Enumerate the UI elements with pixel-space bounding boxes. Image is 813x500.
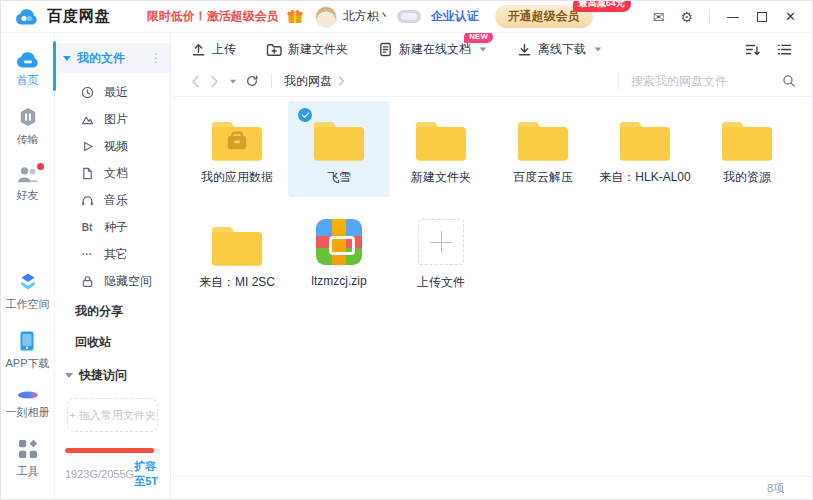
view-mode-button[interactable] [777,42,792,57]
folder-icon [413,110,469,162]
sidebar-item-videos[interactable]: 视频 [55,133,170,160]
my-share-label: 我的分享 [75,303,123,320]
rail-item-home[interactable]: 首页 [16,51,40,88]
sidebar-item-quick-access[interactable]: 快捷访问 [55,361,170,390]
rail-item-photo-album[interactable]: 一刻相册 [6,390,50,420]
gift-icon[interactable] [287,9,303,24]
sort-button[interactable] [745,42,761,57]
item-count: 8项 [767,481,784,496]
app-download-icon [20,331,34,351]
enterprise-cert-link[interactable]: 企业认证 [431,8,479,25]
file-tile-zip[interactable]: ltzmzcj.zip [288,206,390,302]
app-title: 百度网盘 [47,7,111,26]
toolbar: 上传 新建文件夹 新建在线文档 NEW 离线下载 [171,33,812,66]
chevron-left-icon [191,75,200,88]
back-button[interactable] [191,75,200,88]
file-tile-new-folder[interactable]: 新建文件夹 [390,101,492,197]
search-icon[interactable] [782,74,796,88]
folder-icon [515,110,571,162]
refresh-icon [245,74,259,88]
storage-usage-text: 1923G/2055G [65,468,134,480]
close-button[interactable]: ✕ [785,9,796,24]
my-files-label: 我的文件 [77,50,150,67]
settings-gear-icon[interactable]: ⚙ [681,10,694,24]
rail-label: 好友 [17,188,39,203]
file-name: 新建文件夹 [411,169,471,186]
more-options-icon[interactable]: ⋮ [150,51,162,65]
minimize-button[interactable] [727,11,739,23]
upload-icon [191,42,206,57]
tree-label: 隐藏空间 [104,273,152,290]
open-svip-button[interactable]: 开通超级会员 最高减64元 [495,5,593,28]
status-bar: 8项 [171,476,812,499]
drag-folder-dropzone[interactable]: + 拖入常用文件夹 [67,398,158,432]
chevron-down-icon [595,48,601,52]
rail-item-tools[interactable]: 工具 [17,439,39,479]
sidebar-item-my-files[interactable]: 我的文件 ⋮ [55,43,170,73]
file-name: ltzmzcj.zip [311,274,366,288]
file-name: 来自：HLK-AL00 [599,169,690,186]
rail-label: APP下载 [5,356,49,371]
upload-button[interactable]: 上传 [191,41,236,58]
new-online-doc-button[interactable]: 新建在线文档 NEW [378,41,487,58]
rail-item-transfer[interactable]: 传输 [17,107,39,147]
breadcrumb-root[interactable]: 我的网盘 [284,73,332,90]
tools-icon [18,439,38,459]
promo-link[interactable]: 限时低价！激活超级会员 [147,8,279,25]
navigation-bar: 我的网盘 [171,66,812,97]
app-folder-icon [209,110,265,162]
folder-icon [209,215,265,267]
rail-label: 传输 [17,132,39,147]
search-box [618,72,796,90]
sidebar-item-other[interactable]: ··· 其它 [55,241,170,268]
search-input[interactable] [631,74,782,88]
file-tile-from-hlk[interactable]: 来自：HLK-AL00 [594,101,696,197]
expand-storage-link[interactable]: 扩容至5T [134,459,160,489]
maximize-button[interactable] [757,12,767,22]
rail-item-workspace[interactable]: 工作空间 [6,272,50,312]
breadcrumb-chevron-icon [338,76,345,86]
user-avatar[interactable] [315,6,337,28]
sidebar-item-recycle-bin[interactable]: 回收站 [55,328,170,357]
file-tile-my-resources[interactable]: 我的资源 [696,101,798,197]
bt-icon: Bt [80,221,94,235]
sidebar-item-music[interactable]: 音乐 [55,187,170,214]
zip-archive-icon [316,215,362,267]
new-folder-icon [266,42,282,57]
offline-download-button[interactable]: 离线下载 [517,41,602,58]
file-tile-app-data[interactable]: 我的应用数据 [186,101,288,197]
sidebar-item-hidden-space[interactable]: 隐藏空间 [55,268,170,295]
rail-item-app-download[interactable]: APP下载 [5,331,49,371]
recycle-bin-label: 回收站 [75,334,111,351]
sidebar-item-torrents[interactable]: Bt 种子 [55,214,170,241]
file-tile-from-mi[interactable]: 来自：MI 2SC [186,206,288,302]
history-dropdown-icon[interactable] [230,79,236,83]
app-logo: 百度网盘 [15,7,111,26]
selected-check-icon[interactable] [298,108,312,122]
offline-download-label: 离线下载 [538,41,586,58]
sidebar-item-my-share[interactable]: 我的分享 [55,297,170,326]
upload-file-tile[interactable]: 上传文件 [390,206,492,302]
refresh-button[interactable] [245,74,259,88]
rail-label: 工具 [17,464,39,479]
file-tile-feixue-selected[interactable]: 飞雪 [288,101,390,197]
vip-level-badge-icon[interactable] [397,10,421,23]
storage-progress-bar[interactable] [65,448,160,453]
new-folder-button[interactable]: 新建文件夹 [266,41,348,58]
file-name: 我的应用数据 [201,169,273,186]
mail-icon[interactable]: ✉ [653,10,665,24]
scrollbar-thumb[interactable] [53,41,56,91]
sidebar-item-pictures[interactable]: 图片 [55,106,170,133]
rail-label: 首页 [17,73,39,88]
forward-button[interactable] [210,75,219,88]
upload-file-label: 上传文件 [417,274,465,291]
photo-album-icon [17,390,39,400]
upload-label: 上传 [212,41,236,58]
file-tile-baidu-unzip[interactable]: 百度云解压 [492,101,594,197]
rail-item-friends[interactable]: 好友 [16,166,39,203]
sidebar-item-documents[interactable]: 文档 [55,160,170,187]
folder-icon [719,110,775,162]
sidebar-item-recent[interactable]: 最近 [55,79,170,106]
username[interactable]: 北方枳丶 [343,8,391,25]
main-panel: 上传 新建文件夹 新建在线文档 NEW 离线下载 [171,33,812,499]
